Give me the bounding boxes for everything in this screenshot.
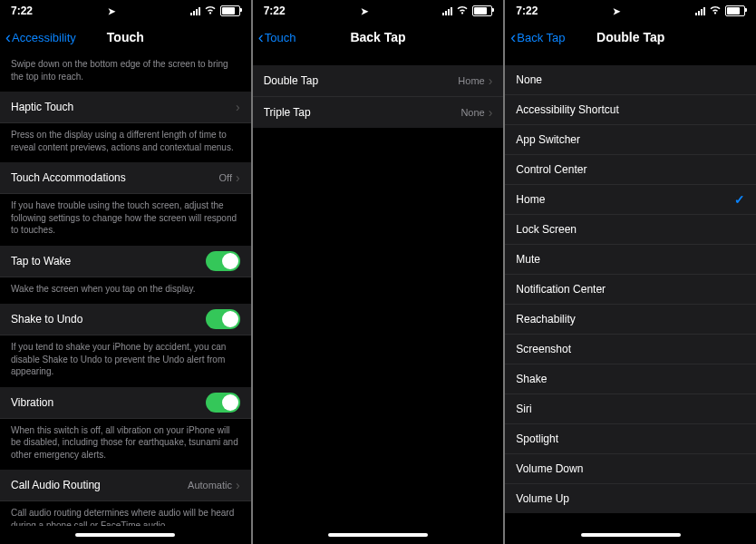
- option-control-center[interactable]: Control Center: [505, 155, 756, 185]
- home-indicator[interactable]: [0, 526, 251, 544]
- chevron-right-icon: ›: [236, 100, 240, 114]
- vib-desc: When this switch is off, all vibration o…: [0, 419, 251, 471]
- chevron-left-icon: ‹: [510, 29, 516, 45]
- wake-desc: Wake the screen when you tap on the disp…: [0, 277, 251, 305]
- battery-icon: [220, 5, 240, 16]
- audio-desc: Call audio routing determines where audi…: [0, 501, 251, 526]
- reachability-desc: Swipe down on the bottom edge of the scr…: [0, 53, 251, 92]
- option-home[interactable]: Home✓: [505, 185, 756, 215]
- option-label: Home: [516, 193, 545, 206]
- options-list: NoneAccessibility ShortcutApp SwitcherCo…: [505, 65, 756, 513]
- option-accessibility-shortcut[interactable]: Accessibility Shortcut: [505, 95, 756, 125]
- status-time: 7:22: [516, 5, 538, 17]
- battery-icon: [725, 5, 745, 16]
- chevron-right-icon: ›: [489, 73, 493, 88]
- option-label: Volume Up: [516, 492, 569, 505]
- row-touch-accommodations[interactable]: Touch Accommodations Off›: [0, 162, 251, 194]
- row-double-tap[interactable]: Double Tap Home›: [253, 65, 504, 97]
- option-label: Shake: [516, 373, 547, 385]
- nav-title: Back Tap: [350, 30, 405, 44]
- shake-desc: If you tend to shake your iPhone by acci…: [0, 335, 251, 387]
- battery-icon: [472, 5, 492, 16]
- back-label: Touch: [265, 31, 296, 44]
- toggle-tap-to-wake[interactable]: [206, 251, 240, 271]
- home-indicator[interactable]: [253, 526, 504, 544]
- row-triple-tap[interactable]: Triple Tap None›: [253, 97, 504, 128]
- back-button[interactable]: ‹ Back Tap: [510, 29, 565, 45]
- status-time: 7:22: [264, 5, 286, 17]
- status-bar: 7:22 ➤: [505, 0, 756, 22]
- option-label: App Switcher: [516, 133, 580, 146]
- option-label: None: [516, 73, 542, 86]
- option-label: Screenshot: [516, 343, 571, 355]
- nav-header: ‹ Back Tap Double Tap: [505, 22, 756, 53]
- screen-double-tap-options: 7:22 ➤ ‹ Back Tap Double Tap NoneAccessi…: [505, 0, 756, 544]
- option-label: Spotlight: [516, 432, 558, 445]
- wifi-icon: [456, 5, 469, 17]
- option-shake[interactable]: Shake: [505, 364, 756, 394]
- location-icon: ➤: [613, 6, 620, 16]
- chevron-right-icon: ›: [489, 105, 493, 120]
- nav-header: ‹ Touch Back Tap: [253, 22, 504, 53]
- row-vibration[interactable]: Vibration: [0, 387, 251, 419]
- signal-icon: [695, 6, 705, 15]
- option-label: Control Center: [516, 163, 586, 176]
- option-volume-down[interactable]: Volume Down: [505, 454, 756, 484]
- back-button[interactable]: ‹ Accessibility: [5, 29, 76, 45]
- option-screenshot[interactable]: Screenshot: [505, 335, 756, 364]
- option-label: Notification Center: [516, 283, 606, 296]
- status-bar: 7:22 ➤: [253, 0, 504, 22]
- toggle-shake-to-undo[interactable]: [206, 309, 240, 329]
- status-bar: 7:22 ➤: [0, 0, 251, 22]
- accom-desc: If you have trouble using the touch scre…: [0, 194, 251, 246]
- row-shake-to-undo[interactable]: Shake to Undo: [0, 304, 251, 335]
- option-label: Lock Screen: [516, 223, 577, 236]
- nav-title: Touch: [107, 30, 144, 44]
- back-label: Accessibility: [12, 31, 76, 44]
- option-volume-up[interactable]: Volume Up: [505, 484, 756, 513]
- checkmark-icon: ✓: [734, 192, 745, 207]
- option-label: Reachability: [516, 313, 575, 325]
- haptic-desc: Press on the display using a different l…: [0, 123, 251, 162]
- back-button[interactable]: ‹ Touch: [258, 29, 296, 45]
- signal-icon: [442, 6, 452, 15]
- screen-touch-settings: 7:22 ➤ ‹ Accessibility Touch Swipe down …: [0, 0, 251, 544]
- toggle-vibration[interactable]: [206, 393, 240, 413]
- wifi-icon: [709, 5, 722, 17]
- wifi-icon: [204, 5, 217, 17]
- option-label: Mute: [516, 253, 540, 266]
- chevron-left-icon: ‹: [5, 29, 11, 45]
- row-tap-to-wake[interactable]: Tap to Wake: [0, 246, 251, 277]
- option-notification-center[interactable]: Notification Center: [505, 275, 756, 305]
- row-haptic-touch[interactable]: Haptic Touch ›: [0, 92, 251, 123]
- screen-back-tap: 7:22 ➤ ‹ Touch Back Tap Double Tap Home›…: [253, 0, 504, 544]
- home-indicator[interactable]: [505, 526, 756, 544]
- location-icon: ➤: [108, 6, 115, 16]
- nav-header: ‹ Accessibility Touch: [0, 22, 251, 53]
- signal-icon: [190, 6, 200, 15]
- chevron-left-icon: ‹: [258, 29, 264, 45]
- option-label: Volume Down: [516, 462, 583, 475]
- option-spotlight[interactable]: Spotlight: [505, 424, 756, 454]
- option-reachability[interactable]: Reachability: [505, 305, 756, 335]
- option-none[interactable]: None: [505, 65, 756, 95]
- option-siri[interactable]: Siri: [505, 394, 756, 424]
- option-mute[interactable]: Mute: [505, 245, 756, 275]
- option-lock-screen[interactable]: Lock Screen: [505, 215, 756, 245]
- chevron-right-icon: ›: [236, 170, 240, 185]
- option-label: Accessibility Shortcut: [516, 103, 618, 116]
- back-label: Back Tap: [517, 31, 565, 44]
- chevron-right-icon: ›: [236, 478, 240, 492]
- location-icon: ➤: [361, 6, 368, 16]
- status-time: 7:22: [11, 5, 33, 17]
- option-label: Siri: [516, 403, 531, 415]
- nav-title: Double Tap: [596, 30, 664, 44]
- accessibility-section-header: ACCESSIBILITY: [505, 513, 756, 526]
- row-call-audio-routing[interactable]: Call Audio Routing Automatic›: [0, 470, 251, 501]
- option-app-switcher[interactable]: App Switcher: [505, 125, 756, 155]
